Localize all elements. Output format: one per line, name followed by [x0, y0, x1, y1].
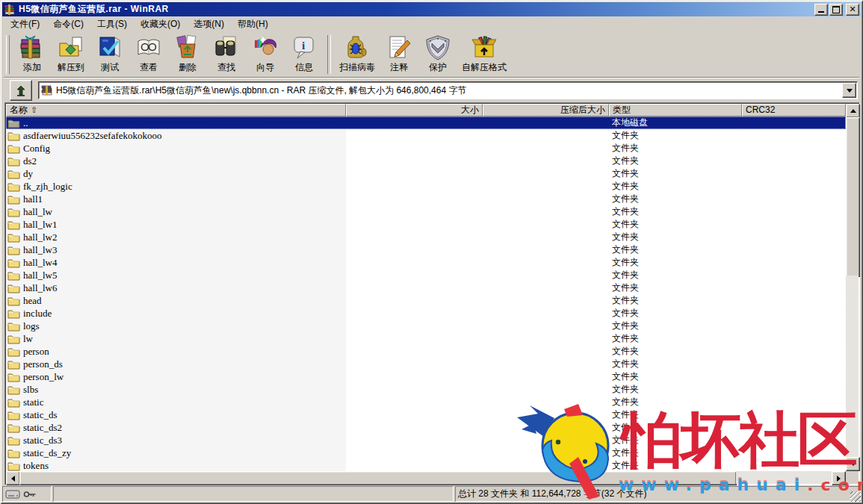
toolbar-button-delete[interactable]: 删除: [168, 32, 207, 77]
table-row[interactable]: hall1文件夹: [6, 193, 846, 205]
info-icon: i: [289, 34, 319, 62]
toolbar-button-info[interactable]: i信息: [285, 32, 324, 77]
table-row[interactable]: hall_lw5文件夹: [6, 269, 846, 281]
archive-path-combobox[interactable]: H5微信葫芦鱼运营版.rar\H5微信葫芦鱼\new\js.qbbnn.cn -…: [38, 81, 858, 99]
table-row[interactable]: logs文件夹: [6, 320, 846, 332]
column-header-size[interactable]: 大小: [346, 104, 483, 116]
horizontal-scroll-track[interactable]: [736, 471, 832, 484]
file-size: [346, 294, 483, 307]
toolbar-button-label: 自解压格式: [462, 62, 507, 72]
file-name: person_lw: [23, 370, 64, 383]
maximize-button[interactable]: [829, 4, 843, 16]
table-row[interactable]: person文件夹: [6, 345, 846, 358]
key-icon[interactable]: [23, 490, 37, 499]
table-row[interactable]: ds2文件夹: [6, 155, 846, 167]
table-row[interactable]: static文件夹: [6, 396, 846, 408]
scrollbar-corner: [846, 471, 859, 484]
toolbar-button-add-archive[interactable]: 添加: [13, 32, 52, 77]
scroll-down-button[interactable]: [846, 457, 860, 471]
file-name: include: [23, 307, 52, 320]
folder-icon: [7, 245, 20, 255]
file-size: [346, 345, 483, 358]
toolbar-button-sfx[interactable]: 自解压格式: [457, 32, 511, 77]
folder-icon: [7, 359, 20, 370]
table-row[interactable]: hall_lw文件夹: [6, 205, 846, 218]
menu-item[interactable]: 收藏夹(O): [134, 16, 187, 32]
toolbar-grip: [6, 35, 10, 74]
table-row[interactable]: hall_lw3文件夹: [6, 243, 846, 256]
menu-item[interactable]: 命令(C): [46, 16, 90, 32]
table-row[interactable]: ..本地磁盘: [6, 116, 846, 129]
file-crc32: [742, 129, 846, 142]
table-row[interactable]: Config文件夹: [6, 142, 846, 155]
folder-icon: [7, 220, 20, 230]
scroll-left-button[interactable]: [6, 471, 20, 485]
table-row[interactable]: asdfaerwiuu556232sefafekokokooo文件夹: [6, 129, 846, 142]
menu-item[interactable]: 帮助(H): [231, 16, 275, 32]
table-row[interactable]: head文件夹: [6, 294, 846, 307]
file-crc32: [742, 434, 846, 447]
toolbar-button-protect[interactable]: 保护: [418, 32, 457, 77]
toolbar-button-comment[interactable]: 注释: [380, 32, 418, 77]
table-row[interactable]: include文件夹: [6, 307, 846, 320]
table-row[interactable]: person_ds文件夹: [6, 358, 846, 370]
table-row[interactable]: static_ds_zy文件夹: [6, 447, 846, 459]
file-size: [346, 421, 483, 434]
file-packed-size: [483, 218, 609, 231]
archive-icon: [41, 84, 53, 96]
vertical-scroll-track[interactable]: [846, 276, 859, 458]
column-header-packed-size[interactable]: 压缩后大小: [483, 104, 609, 116]
menu-item[interactable]: 文件(F): [4, 16, 46, 32]
horizontal-scroll-thumb[interactable]: [19, 471, 737, 485]
toolbar-button-test[interactable]: 测试: [90, 32, 129, 77]
minimize-button[interactable]: [814, 4, 828, 16]
scroll-right-button[interactable]: [832, 471, 846, 485]
toolbar-button-label: 添加: [23, 62, 41, 72]
file-crc32: [742, 231, 846, 243]
vertical-scrollbar[interactable]: [846, 104, 859, 471]
file-size: [346, 205, 483, 218]
disk-icon[interactable]: [5, 489, 20, 500]
table-row[interactable]: hall_lw4文件夹: [6, 256, 846, 269]
find-icon: [211, 34, 241, 62]
table-row[interactable]: static_ds2文件夹: [6, 421, 846, 434]
horizontal-scrollbar[interactable]: [6, 471, 846, 484]
toolbar-button-scan-virus[interactable]: 扫描病毒: [335, 32, 380, 77]
table-row[interactable]: fk_zjh_logic文件夹: [6, 180, 846, 193]
file-type: 文件夹: [609, 332, 742, 345]
column-header-type[interactable]: 类型: [609, 104, 742, 116]
menu-item[interactable]: 工具(S): [90, 16, 134, 32]
table-row[interactable]: hall_lw1文件夹: [6, 218, 846, 231]
column-header-crc32[interactable]: CRC32: [742, 104, 846, 116]
file-packed-size: [483, 193, 609, 205]
table-row[interactable]: hall_lw2文件夹: [6, 231, 846, 243]
folder-icon: [7, 283, 20, 293]
table-row[interactable]: person_lw文件夹: [6, 370, 846, 383]
table-row[interactable]: slbs文件夹: [6, 383, 846, 396]
table-row[interactable]: hall_lw6文件夹: [6, 281, 846, 294]
scroll-up-button[interactable]: [846, 104, 860, 118]
toolbar-button-view[interactable]: 查看: [129, 32, 168, 77]
file-packed-size: [483, 167, 609, 180]
file-crc32: [742, 167, 846, 180]
folder-icon: [7, 410, 20, 420]
delete-icon: [173, 34, 202, 62]
status-bar: 总计 28 文件夹 和 112,644,728 字节(32 个文件): [2, 486, 861, 502]
table-row[interactable]: static_ds3文件夹: [6, 434, 846, 447]
combobox-dropdown-button[interactable]: [842, 83, 856, 98]
table-row[interactable]: dy文件夹: [6, 167, 846, 180]
toolbar-button-find[interactable]: 查找: [207, 32, 246, 77]
table-row[interactable]: static_ds文件夹: [6, 408, 846, 421]
toolbar-button-wizard[interactable]: 向导: [246, 32, 285, 77]
resize-grip[interactable]: [850, 491, 861, 502]
column-header-name[interactable]: 名称⇧: [6, 104, 346, 116]
vertical-scroll-thumb[interactable]: [846, 117, 860, 277]
table-row[interactable]: lw文件夹: [6, 332, 846, 345]
close-button[interactable]: ✕: [846, 4, 859, 16]
file-type: 文件夹: [609, 155, 742, 167]
minimize-icon: [818, 11, 824, 13]
toolbar-button-extract[interactable]: 解压到: [52, 32, 90, 77]
menu-item[interactable]: 选项(N): [187, 16, 231, 32]
table-row[interactable]: tokens文件夹: [6, 459, 846, 471]
up-directory-button[interactable]: [10, 80, 32, 101]
